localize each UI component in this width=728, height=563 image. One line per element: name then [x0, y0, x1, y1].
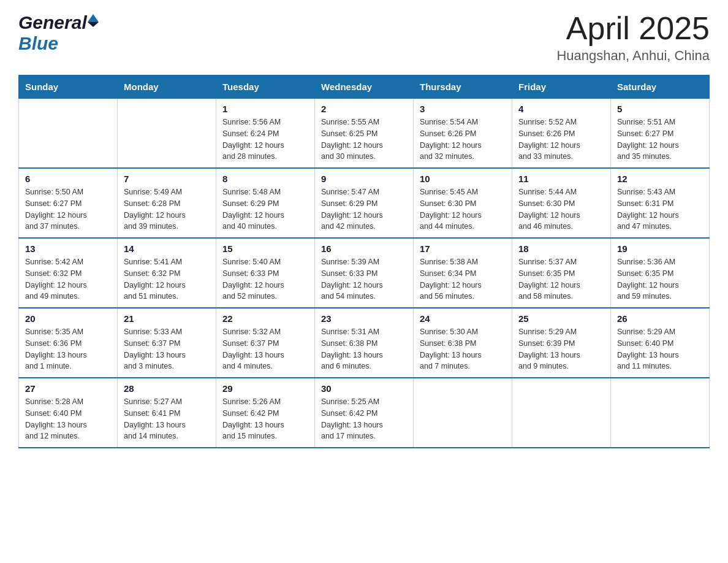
day-number: 3 — [420, 104, 506, 114]
logo-flag-icon — [88, 14, 99, 27]
day-number: 8 — [222, 174, 308, 184]
logo-general-text: General — [18, 12, 87, 33]
calendar-table: SundayMondayTuesdayWednesdayThursdayFrid… — [18, 75, 710, 448]
day-info: Sunrise: 5:26 AM Sunset: 6:42 PM Dayligh… — [222, 396, 308, 442]
day-number: 9 — [321, 174, 407, 184]
calendar-cell: 4Sunrise: 5:52 AM Sunset: 6:26 PM Daylig… — [512, 99, 611, 169]
calendar-cell: 14Sunrise: 5:41 AM Sunset: 6:32 PM Dayli… — [118, 238, 216, 308]
day-number: 10 — [420, 174, 506, 184]
calendar-cell: 20Sunrise: 5:35 AM Sunset: 6:36 PM Dayli… — [19, 308, 118, 378]
day-info: Sunrise: 5:45 AM Sunset: 6:30 PM Dayligh… — [420, 186, 506, 232]
day-info: Sunrise: 5:48 AM Sunset: 6:29 PM Dayligh… — [222, 186, 308, 232]
calendar-header-saturday: Saturday — [611, 75, 710, 99]
calendar-cell: 13Sunrise: 5:42 AM Sunset: 6:32 PM Dayli… — [19, 238, 118, 308]
day-number: 28 — [124, 383, 210, 394]
day-info: Sunrise: 5:25 AM Sunset: 6:42 PM Dayligh… — [321, 396, 407, 442]
calendar-cell — [611, 378, 710, 448]
day-number: 11 — [518, 174, 604, 184]
day-number: 19 — [617, 243, 703, 254]
calendar-cell: 19Sunrise: 5:36 AM Sunset: 6:35 PM Dayli… — [611, 238, 710, 308]
calendar-header-thursday: Thursday — [414, 75, 512, 99]
day-number: 14 — [124, 243, 210, 254]
calendar-week-row: 1Sunrise: 5:56 AM Sunset: 6:24 PM Daylig… — [19, 99, 710, 169]
calendar-cell: 28Sunrise: 5:27 AM Sunset: 6:41 PM Dayli… — [118, 378, 216, 448]
calendar-week-row: 13Sunrise: 5:42 AM Sunset: 6:32 PM Dayli… — [19, 238, 710, 308]
day-number: 2 — [321, 104, 407, 114]
calendar-cell: 26Sunrise: 5:29 AM Sunset: 6:40 PM Dayli… — [611, 308, 710, 378]
calendar-header-wednesday: Wednesday — [315, 75, 414, 99]
day-info: Sunrise: 5:29 AM Sunset: 6:39 PM Dayligh… — [518, 326, 604, 372]
calendar-cell: 1Sunrise: 5:56 AM Sunset: 6:24 PM Daylig… — [216, 99, 315, 169]
calendar-cell: 21Sunrise: 5:33 AM Sunset: 6:37 PM Dayli… — [118, 308, 216, 378]
calendar-cell: 11Sunrise: 5:44 AM Sunset: 6:30 PM Dayli… — [512, 168, 611, 238]
day-info: Sunrise: 5:29 AM Sunset: 6:40 PM Dayligh… — [617, 326, 703, 372]
day-number: 22 — [222, 313, 308, 324]
calendar-cell: 6Sunrise: 5:50 AM Sunset: 6:27 PM Daylig… — [19, 168, 118, 238]
day-info: Sunrise: 5:54 AM Sunset: 6:26 PM Dayligh… — [420, 117, 506, 163]
calendar-cell: 24Sunrise: 5:30 AM Sunset: 6:38 PM Dayli… — [414, 308, 512, 378]
day-number: 12 — [617, 174, 703, 184]
calendar-cell: 15Sunrise: 5:40 AM Sunset: 6:33 PM Dayli… — [216, 238, 315, 308]
calendar-header-monday: Monday — [118, 75, 216, 99]
calendar-cell: 16Sunrise: 5:39 AM Sunset: 6:33 PM Dayli… — [315, 238, 414, 308]
calendar-cell: 30Sunrise: 5:25 AM Sunset: 6:42 PM Dayli… — [315, 378, 414, 448]
calendar-cell: 3Sunrise: 5:54 AM Sunset: 6:26 PM Daylig… — [414, 99, 512, 169]
calendar-cell: 17Sunrise: 5:38 AM Sunset: 6:34 PM Dayli… — [414, 238, 512, 308]
calendar-week-row: 20Sunrise: 5:35 AM Sunset: 6:36 PM Dayli… — [19, 308, 710, 378]
calendar-cell — [19, 99, 118, 169]
day-info: Sunrise: 5:35 AM Sunset: 6:36 PM Dayligh… — [25, 326, 111, 372]
calendar-cell — [414, 378, 512, 448]
calendar-cell: 9Sunrise: 5:47 AM Sunset: 6:29 PM Daylig… — [315, 168, 414, 238]
day-number: 18 — [518, 243, 604, 254]
day-number: 24 — [420, 313, 506, 324]
day-number: 29 — [222, 383, 308, 394]
calendar-cell: 5Sunrise: 5:51 AM Sunset: 6:27 PM Daylig… — [611, 99, 710, 169]
day-info: Sunrise: 5:56 AM Sunset: 6:24 PM Dayligh… — [222, 117, 308, 163]
day-info: Sunrise: 5:44 AM Sunset: 6:30 PM Dayligh… — [518, 186, 604, 232]
calendar-cell: 2Sunrise: 5:55 AM Sunset: 6:25 PM Daylig… — [315, 99, 414, 169]
day-number: 17 — [420, 243, 506, 254]
calendar-cell: 10Sunrise: 5:45 AM Sunset: 6:30 PM Dayli… — [414, 168, 512, 238]
calendar-cell — [512, 378, 611, 448]
calendar-header-friday: Friday — [512, 75, 611, 99]
location-title: Huangshan, Anhui, China — [556, 48, 710, 64]
day-info: Sunrise: 5:55 AM Sunset: 6:25 PM Dayligh… — [321, 117, 407, 163]
day-info: Sunrise: 5:52 AM Sunset: 6:26 PM Dayligh… — [518, 117, 604, 163]
day-number: 5 — [617, 104, 703, 114]
day-number: 21 — [124, 313, 210, 324]
header: General Blue April 2025 Huangshan, Anhui… — [18, 12, 710, 64]
calendar-header-tuesday: Tuesday — [216, 75, 315, 99]
day-number: 15 — [222, 243, 308, 254]
day-info: Sunrise: 5:27 AM Sunset: 6:41 PM Dayligh… — [124, 396, 210, 442]
day-info: Sunrise: 5:49 AM Sunset: 6:28 PM Dayligh… — [124, 186, 210, 232]
calendar-cell — [118, 99, 216, 169]
calendar-cell: 29Sunrise: 5:26 AM Sunset: 6:42 PM Dayli… — [216, 378, 315, 448]
calendar-cell: 7Sunrise: 5:49 AM Sunset: 6:28 PM Daylig… — [118, 168, 216, 238]
calendar-cell: 23Sunrise: 5:31 AM Sunset: 6:38 PM Dayli… — [315, 308, 414, 378]
day-number: 4 — [518, 104, 604, 114]
day-info: Sunrise: 5:38 AM Sunset: 6:34 PM Dayligh… — [420, 256, 506, 302]
day-number: 30 — [321, 383, 407, 394]
calendar-cell: 22Sunrise: 5:32 AM Sunset: 6:37 PM Dayli… — [216, 308, 315, 378]
day-info: Sunrise: 5:51 AM Sunset: 6:27 PM Dayligh… — [617, 117, 703, 163]
day-number: 16 — [321, 243, 407, 254]
calendar-week-row: 6Sunrise: 5:50 AM Sunset: 6:27 PM Daylig… — [19, 168, 710, 238]
day-number: 27 — [25, 383, 111, 394]
day-info: Sunrise: 5:28 AM Sunset: 6:40 PM Dayligh… — [25, 396, 111, 442]
calendar-cell: 8Sunrise: 5:48 AM Sunset: 6:29 PM Daylig… — [216, 168, 315, 238]
day-info: Sunrise: 5:33 AM Sunset: 6:37 PM Dayligh… — [124, 326, 210, 372]
day-number: 13 — [25, 243, 111, 254]
calendar-week-row: 27Sunrise: 5:28 AM Sunset: 6:40 PM Dayli… — [19, 378, 710, 448]
day-number: 7 — [124, 174, 210, 184]
day-number: 20 — [25, 313, 111, 324]
day-info: Sunrise: 5:31 AM Sunset: 6:38 PM Dayligh… — [321, 326, 407, 372]
day-info: Sunrise: 5:36 AM Sunset: 6:35 PM Dayligh… — [617, 256, 703, 302]
calendar-cell: 12Sunrise: 5:43 AM Sunset: 6:31 PM Dayli… — [611, 168, 710, 238]
day-info: Sunrise: 5:39 AM Sunset: 6:33 PM Dayligh… — [321, 256, 407, 302]
calendar-cell: 18Sunrise: 5:37 AM Sunset: 6:35 PM Dayli… — [512, 238, 611, 308]
day-info: Sunrise: 5:30 AM Sunset: 6:38 PM Dayligh… — [420, 326, 506, 372]
day-number: 26 — [617, 313, 703, 324]
calendar-cell: 25Sunrise: 5:29 AM Sunset: 6:39 PM Dayli… — [512, 308, 611, 378]
calendar-header-row: SundayMondayTuesdayWednesdayThursdayFrid… — [19, 75, 710, 99]
day-info: Sunrise: 5:43 AM Sunset: 6:31 PM Dayligh… — [617, 186, 703, 232]
